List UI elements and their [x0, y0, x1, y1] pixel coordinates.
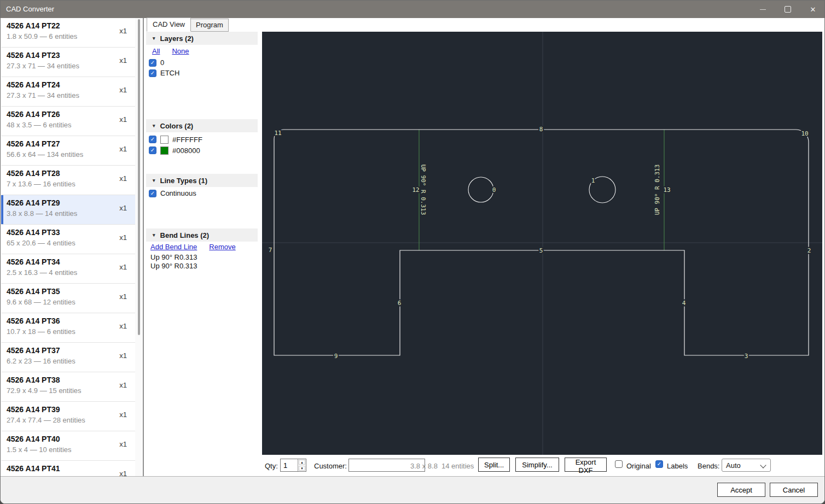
part-info: 1.5 x 4 — 10 entities: [7, 446, 130, 454]
list-item[interactable]: 4526 A14 PT293.8 x 8.8 — 14 entitiesx1: [1, 195, 135, 225]
color-swatch: [160, 136, 169, 144]
list-item[interactable]: 4526 A14 PT3610.7 x 18 — 6 entitiesx1: [1, 313, 135, 343]
original-checkbox[interactable]: [615, 460, 623, 468]
bend-line-entry[interactable]: Up 90° R0.313: [150, 253, 197, 262]
part-info: 2.5 x 16.3 — 4 entities: [7, 268, 130, 277]
qty-input[interactable]: [281, 459, 298, 471]
part-qty-badge: x1: [119, 470, 127, 476]
split-button[interactable]: Split...: [478, 458, 510, 472]
part-name: 4526 A14 PT29: [7, 198, 130, 207]
color-item-checkbox[interactable]: [149, 136, 156, 143]
part-name: 4526 A14 PT22: [7, 21, 130, 30]
line-types-panel-header[interactable]: ▾ Line Types (1): [146, 174, 258, 187]
list-item[interactable]: 4526 A14 PT2756.6 x 64 — 134 entitiesx1: [1, 136, 135, 166]
entity-count-info: 14 entities: [441, 462, 474, 470]
part-info: 27.3 x 71 — 34 entities: [7, 91, 130, 99]
export-dxf-button[interactable]: Export DXF: [565, 458, 607, 472]
part-name: 4526 A14 PT35: [7, 287, 130, 296]
part-info: 10.7 x 18 — 6 entities: [7, 327, 130, 336]
window-title: CAD Converter: [6, 1, 54, 18]
part-name: 4526 A14 PT39: [7, 405, 130, 414]
layer-item-checkbox[interactable]: [149, 59, 156, 67]
part-info: 27.3 x 71 — 34 entities: [7, 62, 130, 70]
part-info: 1.8 x 50.9 — 6 entities: [7, 32, 130, 40]
part-name: 4526 A14 PT38: [7, 376, 130, 384]
bend-remove-link[interactable]: Remove: [209, 243, 235, 251]
part-qty-badge: x1: [119, 440, 127, 448]
minimize-button[interactable]: [750, 1, 775, 18]
entity-label: 13: [663, 186, 670, 194]
spin-down-icon[interactable]: ▼: [299, 466, 305, 471]
colors-items: #FFFFFF#008000: [149, 134, 202, 156]
list-item[interactable]: 4526 A14 PT3365 x 20.6 — 4 entitiesx1: [1, 225, 135, 254]
part-info: 27.4 x 77.4 — 28 entities: [7, 416, 130, 424]
list-item[interactable]: 4526 A14 PT401.5 x 4 — 10 entitiesx1: [1, 431, 135, 461]
part-name: 4526 A14 PT28: [7, 169, 130, 178]
view-tabs: CAD ViewProgram: [147, 18, 229, 32]
collapse-caret-icon: ▾: [153, 36, 155, 41]
line-type-item-checkbox[interactable]: [149, 190, 156, 197]
bends-selected-value: Auto: [726, 461, 741, 470]
list-item[interactable]: 4526 A14 PT3872.9 x 4.9 — 15 entitiesx1: [1, 372, 135, 402]
parts-list-scrollbar[interactable]: [135, 18, 143, 476]
layer-item-checkbox[interactable]: [149, 69, 156, 77]
entity-label: 4: [682, 300, 686, 307]
list-item[interactable]: 4526 A14 PT2327.3 x 71 — 34 entitiesx1: [1, 48, 135, 77]
parts-list: 4526 A14 PT221.8 x 50.9 — 6 entitiesx145…: [1, 18, 135, 476]
bend-annotation: UP 90° R 0.313: [420, 165, 427, 215]
bends-select[interactable]: Auto: [722, 459, 771, 472]
bend-lines-panel-header[interactable]: ▾ Bend Lines (2): [146, 228, 258, 242]
list-item[interactable]: 4526 A14 PT3927.4 x 77.4 — 28 entitiesx1: [1, 402, 135, 431]
list-item[interactable]: 4526 A14 PT2427.3 x 71 — 34 entitiesx1: [1, 77, 135, 107]
maximize-button[interactable]: [775, 1, 800, 18]
color-item-checkbox[interactable]: [149, 146, 156, 154]
part-qty-badge: x1: [119, 86, 127, 94]
layers-all-link[interactable]: All: [152, 47, 160, 55]
part-qty-badge: x1: [119, 145, 127, 153]
layers-none-link[interactable]: None: [172, 47, 189, 55]
entity-label: 9: [334, 353, 338, 360]
list-item[interactable]: 4526 A14 PT419.6 x 68 — 13 entitiesx1: [1, 461, 135, 476]
part-name: 4526 A14 PT37: [7, 346, 130, 355]
colors-panel-header[interactable]: ▾ Colors (2): [146, 119, 258, 132]
line-type-item-label: Continuous: [160, 189, 196, 197]
color-item: #FFFFFF: [149, 134, 202, 145]
list-item[interactable]: 4526 A14 PT342.5 x 16.3 — 4 entitiesx1: [1, 254, 135, 284]
part-info: 6.2 x 23 — 16 entities: [7, 357, 130, 365]
scrollbar-thumb[interactable]: [138, 19, 140, 335]
simplify-button[interactable]: Simplify...: [515, 458, 559, 472]
bend-add-bend-line-link[interactable]: Add Bend Line: [150, 243, 197, 251]
layer-item: ETCH: [149, 68, 179, 78]
part-qty-badge: x1: [119, 263, 127, 271]
list-item[interactable]: 4526 A14 PT287 x 13.6 — 16 entitiesx1: [1, 166, 135, 195]
part-name: 4526 A14 PT27: [7, 139, 130, 148]
cad-drawing[interactable]: UP 90° R 0.313UP 90° R 0.313118101213017…: [262, 32, 822, 455]
tab-program[interactable]: Program: [190, 19, 229, 32]
list-item[interactable]: 4526 A14 PT2648 x 3.5 — 6 entitiesx1: [1, 107, 135, 136]
labels-checkbox[interactable]: [655, 460, 663, 468]
bends-label: Bends:: [698, 462, 719, 470]
entity-label: 12: [412, 186, 419, 194]
accept-button[interactable]: Accept: [717, 483, 765, 497]
entity-label: 10: [801, 130, 808, 137]
layers-items: 0ETCH: [149, 57, 179, 78]
title-bar[interactable]: CAD Converter ✕: [1, 1, 825, 18]
close-button[interactable]: ✕: [800, 1, 825, 18]
list-item[interactable]: 4526 A14 PT376.2 x 23 — 16 entitiesx1: [1, 343, 135, 372]
customer-label: Customer:: [314, 462, 347, 470]
part-info: 72.9 x 4.9 — 15 entities: [7, 386, 130, 395]
tab-cad-view[interactable]: CAD View: [147, 17, 191, 32]
cad-viewport[interactable]: UP 90° R 0.313UP 90° R 0.313118101213017…: [262, 32, 822, 455]
spin-up-icon[interactable]: ▲: [299, 460, 305, 465]
bend-line-entry[interactable]: Up 90° R0.313: [150, 262, 197, 271]
list-item[interactable]: 4526 A14 PT221.8 x 50.9 — 6 entitiesx1: [1, 18, 135, 48]
part-qty-badge: x1: [119, 115, 127, 124]
list-item[interactable]: 4526 A14 PT359.6 x 68 — 12 entitiesx1: [1, 284, 135, 313]
line-types-panel-title: Line Types (1): [160, 177, 207, 185]
part-info: 3.8 x 8.8 — 14 entities: [7, 209, 130, 218]
layers-panel-header[interactable]: ▾ Layers (2): [146, 32, 258, 45]
cancel-button[interactable]: Cancel: [770, 483, 818, 497]
qty-label: Qty:: [265, 462, 278, 470]
part-qty-badge: x1: [119, 381, 127, 389]
part-qty-badge: x1: [119, 27, 127, 35]
